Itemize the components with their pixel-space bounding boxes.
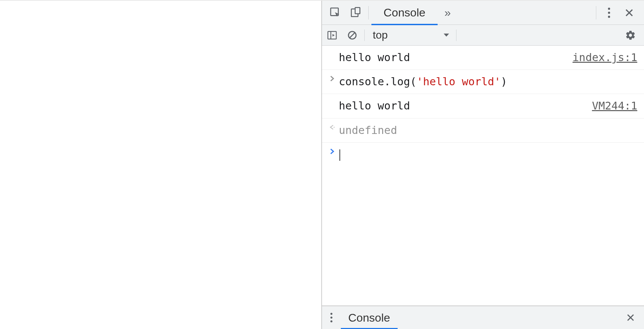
- svg-point-3: [608, 7, 610, 9]
- console-result-row: undefined: [322, 119, 644, 143]
- inspect-element-icon[interactable]: [325, 1, 346, 25]
- console-toolbar: top: [322, 25, 644, 46]
- svg-rect-6: [328, 31, 336, 39]
- log-message: hello world: [339, 49, 566, 66]
- separator: [596, 6, 596, 19]
- console-prompt-row[interactable]: [322, 143, 644, 167]
- drawer-kebab-menu-icon[interactable]: [322, 306, 341, 329]
- input-code: console.log('hello world'): [339, 73, 637, 90]
- log-message: hello world: [339, 97, 585, 114]
- tab-console[interactable]: Console: [371, 1, 438, 25]
- svg-point-11: [330, 313, 332, 315]
- svg-line-9: [350, 33, 355, 38]
- text-cursor: [339, 149, 340, 161]
- console-log-row: hello world index.js:1: [322, 46, 644, 70]
- close-icon[interactable]: [619, 1, 639, 25]
- row-gutter: [325, 49, 339, 51]
- tab-console-label: Console: [384, 6, 426, 19]
- devtools-tabstrip: Console »: [322, 1, 644, 25]
- svg-rect-2: [355, 7, 360, 13]
- separator: [368, 6, 369, 19]
- svg-point-10: [333, 127, 334, 128]
- source-link[interactable]: VM244:1: [592, 97, 637, 114]
- result-arrow-icon: [325, 122, 339, 131]
- toggle-sidebar-icon[interactable]: [322, 25, 342, 46]
- drawer-close-icon[interactable]: [621, 306, 640, 329]
- more-tabs-icon[interactable]: »: [438, 1, 458, 25]
- svg-point-4: [608, 11, 610, 13]
- console-input-row: console.log('hello world'): [322, 70, 644, 94]
- context-selector-label: top: [373, 29, 388, 41]
- settings-icon[interactable]: [620, 25, 641, 46]
- kebab-menu-icon[interactable]: [599, 1, 619, 25]
- prompt-chevron-icon: [325, 146, 339, 155]
- separator: [456, 30, 456, 41]
- clear-console-icon[interactable]: [342, 25, 362, 46]
- result-value: undefined: [339, 122, 637, 139]
- chevron-down-icon: [443, 33, 449, 37]
- page-content-pane: [0, 1, 321, 329]
- svg-point-13: [330, 320, 332, 322]
- devtools-drawer: Console: [322, 306, 644, 329]
- device-toggle-icon[interactable]: [346, 1, 366, 25]
- drawer-tab-console-label: Console: [348, 311, 390, 324]
- prompt-input-wrapper[interactable]: [339, 146, 637, 163]
- drawer-tab-console[interactable]: Console: [341, 306, 398, 329]
- console-log-row: hello world VM244:1: [322, 94, 644, 118]
- input-chevron-icon: [325, 73, 339, 82]
- svg-point-12: [330, 317, 332, 319]
- separator: [364, 30, 365, 41]
- context-selector[interactable]: top: [367, 28, 454, 43]
- source-link[interactable]: index.js:1: [572, 49, 637, 66]
- row-gutter: [325, 97, 339, 99]
- devtools-panel: Console »: [321, 1, 644, 329]
- console-body: hello world index.js:1 console.log('hell…: [322, 46, 644, 306]
- svg-point-5: [608, 15, 610, 17]
